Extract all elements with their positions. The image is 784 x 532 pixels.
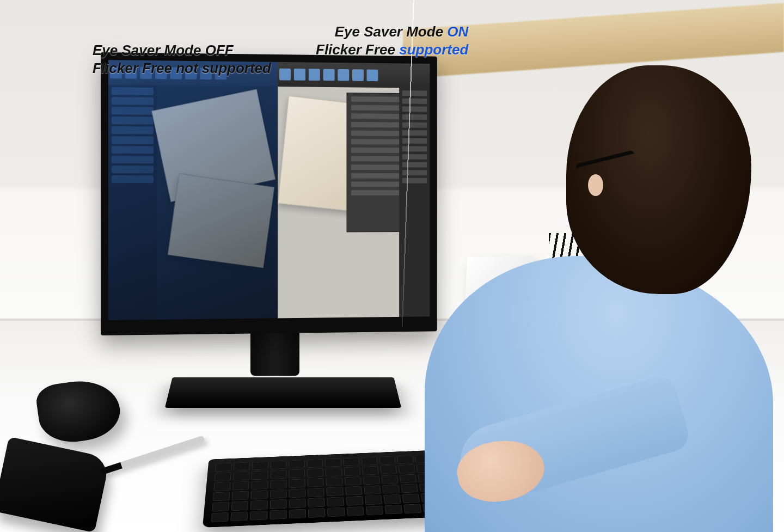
- floorplan-render-b: [168, 173, 274, 268]
- person-ear: [588, 174, 603, 196]
- caption-left-line1: Eye Saver Mode OFF: [93, 41, 271, 59]
- person: [425, 65, 762, 532]
- monitor: SAMSUNG: [101, 52, 437, 335]
- product-photo-scene: SAMSUNG: [0, 0, 784, 532]
- floorplan-render-a: [151, 89, 275, 202]
- caption-right: Eye Saver Mode ON Flicker Free supported: [316, 23, 468, 58]
- cad-scene-tree-panel: [108, 85, 157, 320]
- caption-right-line2: Flicker Free supported: [316, 41, 468, 59]
- cad-ribbon-right: [278, 62, 430, 88]
- caption-right-line1: Eye Saver Mode ON: [316, 23, 468, 41]
- caption-left-line2: Flicker Free not supported: [93, 59, 271, 77]
- monitor-stand-neck: [250, 327, 299, 376]
- monitor-screen: [108, 60, 430, 320]
- monitor-stand-base: [165, 377, 401, 408]
- caption-left: Eye Saver Mode OFF Flicker Free not supp…: [93, 41, 271, 77]
- screen-left-half-eyesaver-off: [108, 60, 278, 320]
